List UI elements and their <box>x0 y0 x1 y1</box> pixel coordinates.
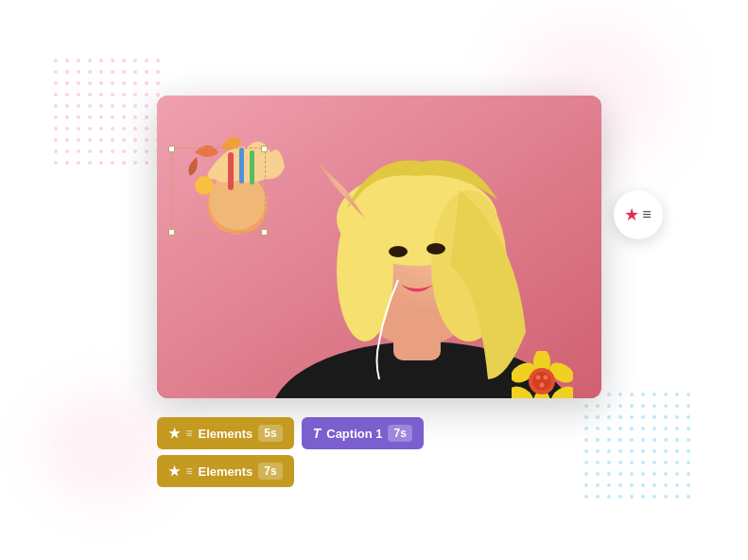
svg-point-29 <box>543 376 548 380</box>
sticker-flower <box>512 351 573 398</box>
elements-chip-1[interactable]: ★ ≡ Elements 5s <box>157 417 294 449</box>
svg-point-27 <box>532 372 551 391</box>
handle-top-left[interactable] <box>168 146 175 152</box>
main-container: ★ ≡ ★ ≡ Elements 5s T Caption 1 7s <box>91 77 658 483</box>
handle-top-right[interactable] <box>261 146 268 152</box>
timeline-row-2: ★ ≡ Elements 7s <box>157 455 601 487</box>
elements-chip-1-duration: 5s <box>258 425 282 442</box>
elements-star-icon: ★ <box>168 426 181 441</box>
star-list-icon: ★ ≡ <box>624 204 651 225</box>
caption-chip-1-duration: 7s <box>388 425 411 442</box>
floating-list-button[interactable]: ★ ≡ <box>614 190 663 239</box>
flower-svg <box>512 351 573 398</box>
elements-lines-icon-2: ≡ <box>186 464 193 478</box>
sticker-selection-box <box>171 148 266 233</box>
svg-point-12 <box>389 246 408 257</box>
caption-text-icon: T <box>313 426 322 441</box>
handle-bottom-left[interactable] <box>168 229 175 236</box>
elements-chip-2-label: Elements <box>199 464 253 479</box>
caption-chip-1[interactable]: T Caption 1 7s <box>302 417 424 449</box>
elements-chip-2-duration: 7s <box>258 463 282 480</box>
elements-chip-1-label: Elements <box>199 427 253 441</box>
svg-point-13 <box>426 243 445 254</box>
timeline-area: ★ ≡ Elements 5s T Caption 1 7s ★ ≡ Eleme… <box>157 417 601 493</box>
caption-chip-1-label: Caption 1 <box>326 427 382 441</box>
svg-point-30 <box>539 383 544 388</box>
elements-lines-icon-1: ≡ <box>186 427 193 440</box>
video-card <box>157 96 601 398</box>
elements-star-icon-2: ★ <box>168 464 181 479</box>
list-lines-icon: ≡ <box>642 207 651 222</box>
elements-chip-2[interactable]: ★ ≡ Elements 7s <box>157 455 294 487</box>
timeline-row-1: ★ ≡ Elements 5s T Caption 1 7s <box>157 417 601 449</box>
star-icon: ★ <box>624 204 639 225</box>
handle-bottom-right[interactable] <box>261 229 268 236</box>
svg-point-28 <box>535 376 540 380</box>
